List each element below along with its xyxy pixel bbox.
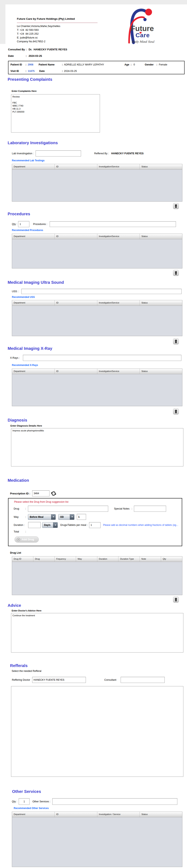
age-label: Age [124,63,129,66]
chevron-down-icon [53,522,58,528]
visit-id-label: Visit ID [10,70,19,72]
future-care-logo: Future Care Body Mind Soul [120,3,154,46]
company-email: E: jude@future.sc [17,36,60,39]
col-header: ID [55,234,97,239]
trash-icon [174,271,178,275]
col-header: Drug ID [12,556,33,562]
col-header: Drug [33,556,55,562]
other-services-input[interactable] [52,798,177,805]
drug-list-table: Drug ID Drug Fequency Way Duration Durat… [12,556,182,595]
consultation-form-page: Future Care by Future Holdings (Pty) Lim… [0,0,187,867]
col-header: Department [12,369,55,374]
procedures-qty-label: Qty : [12,223,17,225]
procedures-delete-button[interactable] [173,270,179,276]
uss-delete-button[interactable] [173,339,179,344]
age-value: 0 [134,63,135,66]
drug-entry-panel: Please select the Drug from Drug suggess… [8,498,182,546]
visit-date-value: 2024-03-25 [64,70,77,72]
page-top-margin [0,0,187,4]
company-name: Future Care by Future Holdings (Pty) Lim… [17,17,75,20]
col-header: Way [76,556,97,562]
prescription-id-input[interactable] [32,490,49,496]
consultant-input[interactable] [121,677,165,683]
uss-input[interactable] [21,289,182,294]
xray-delete-button[interactable] [173,409,179,414]
page-left-margin [0,4,5,44]
special-notes-input[interactable] [134,506,166,512]
add-drug-button[interactable]: Add Drug [14,536,39,542]
col-header: Department [12,300,55,306]
referrals-hint: Select the needed Refferal [12,670,187,673]
procedures-qty-input[interactable] [18,221,29,227]
patient-id-value: 2908 [28,63,33,66]
visit-date-label: Date [39,70,45,72]
drug-list-delete-button[interactable] [173,597,179,602]
letterhead-divider [17,23,98,23]
other-services-qty-label: Qty : [12,800,17,803]
referring-doctor-label: Reffering Doctor [12,679,30,681]
recommended-uss-link[interactable]: Recommended USS [12,296,187,299]
section-title-xray: Medical Imaging X-Ray [8,346,187,351]
prescription-id-label: Prescription ID : [10,492,30,495]
recommended-lab-testings-link[interactable]: Recommended Lab Testings [12,159,187,162]
refresh-icon[interactable] [51,491,56,496]
per-meal-input[interactable] [89,522,101,528]
trash-icon [174,598,178,601]
referring-doctor-input[interactable] [32,677,86,683]
procedures-table: Department ID Investigation/Service Stat… [12,234,182,269]
company-address: Le Chainter,Victoria,Mahe,Seychelles [17,24,60,28]
section-title-ultrasound: Medical Imaging Ultra Sound [8,280,187,285]
lab-delete-button[interactable] [173,203,179,209]
recommended-other-services-link[interactable]: Recommended Other Services [14,807,187,810]
drug-suggestion-warning: Please select the Drug from Drug suggess… [14,500,182,503]
other-services-label: Other Services : [32,800,50,803]
section-title-procedures: Procedures [8,212,187,216]
frequency-qty-input[interactable] [77,514,86,520]
meal-timing-dropdown[interactable]: Before Meal [28,514,56,520]
recommended-xrays-link[interactable]: Recommended X-Rays [12,364,187,367]
letterhead: Future Care by Future Holdings (Pty) Lim… [0,4,187,45]
duration-label: Duration : [14,524,28,526]
total-label: Total [14,530,25,533]
consultant-label: Consultant [104,679,116,681]
duration-unit-dropdown[interactable]: Day/s [42,522,58,528]
procedures-label: Procedures : [33,223,47,225]
trash-icon [174,340,178,343]
recommended-procedures-link[interactable]: Recommended Procedures [12,229,187,231]
logo-blue-dot [143,18,147,21]
section-title-diagnosis: Diagnosis [8,418,187,423]
referral-list-box[interactable] [11,686,183,777]
col-header: ID [55,812,97,817]
col-header: Investigation/Service [97,164,140,169]
consultation-date-value: 2024-03-25 [27,54,42,57]
way-label: Way [14,516,25,518]
col-header: Investigation / Service [97,812,140,817]
diagnosis-textarea[interactable]: Impress acute pharingotonsillitis [11,428,183,466]
col-header: Investigation/Service [97,369,140,374]
advice-hint: Enter Doctor's Advice Here [12,610,187,612]
col-header: Fequency [55,556,76,562]
complaints-textarea[interactable]: Review FBC WBC-7740 HB-11.3 PLT-306000 [11,94,100,132]
company-address-block: Le Chainter,Victoria,Mahe,Seychelles T: … [17,24,60,43]
drug-input[interactable] [28,506,108,512]
section-title-medication: Medication [8,478,187,483]
lab-investigation-input[interactable] [36,150,81,156]
section-title-advice: Advice [8,603,187,608]
duration-input[interactable] [28,522,41,528]
col-header: Status [140,164,182,169]
col-header: Status [140,369,182,374]
consulted-by-value: Dr. HANECKY FUENTE REYES [27,48,67,51]
xrays-input[interactable] [23,355,181,361]
procedures-input[interactable] [50,221,176,227]
section-title-referrals: Refferals [10,663,187,668]
frequency-dropdown[interactable]: OD [58,514,74,520]
col-header: Department [12,234,55,239]
other-services-qty-input[interactable] [19,798,30,805]
lab-table: Department ID Investigation/Service Stat… [12,164,182,202]
consulted-by-label: Consulted By [8,48,26,51]
advice-textarea[interactable]: Continue the treatment [11,613,183,652]
xray-table-body [12,374,182,406]
col-header: Note [140,556,161,562]
chevron-down-icon [70,514,74,520]
referred-by-value: HANECKY FUENTE REYES [111,152,144,155]
